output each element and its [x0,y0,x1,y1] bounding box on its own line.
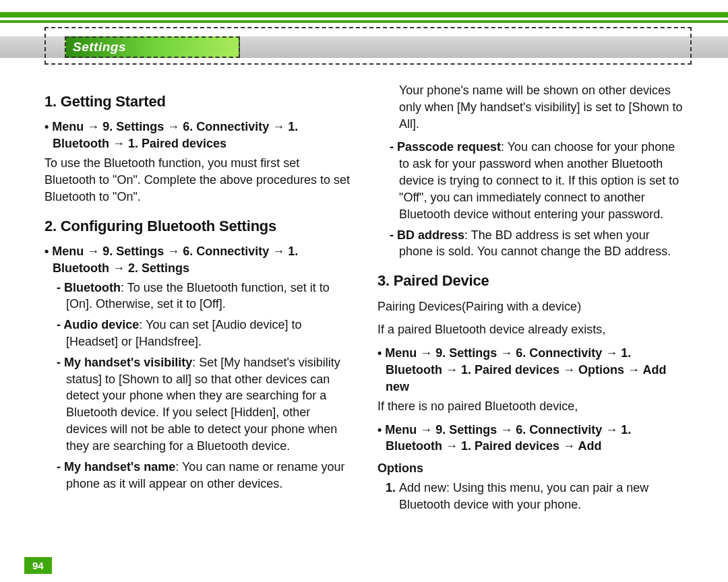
header-strip: Settings [0,27,728,67]
item-lead: Add new [399,481,446,494]
section-2-item-bd-address: - BD address: The BD address is set when… [377,227,684,261]
item-body: : Set [My handset's visibility status] t… [66,356,340,453]
item-lead: Bluetooth [64,281,121,294]
section-3-line-3: If there is no paired Bluetooth device, [377,398,684,415]
section-1-menu-path: • Menu → 9. Settings → 6. Connectivity →… [44,119,351,152]
header-tab: Settings [65,36,240,58]
item-lead: My handset's name [64,460,175,474]
manual-page: Settings 1. Getting Started • Menu → 9. … [0,12,728,582]
section-2-menu-path: • Menu → 9. Settings → 6. Connectivity →… [44,243,351,277]
section-2-item-bluetooth: - Bluetooth: To use the Bluetooth functi… [44,280,351,313]
top-green-bar-2 [0,20,728,23]
top-green-bar [0,12,728,18]
header-tab-label: Settings [73,40,126,55]
section-2-item-audio-device: - Audio device: You can set [Audio devic… [44,317,351,350]
section-1-body: To use the Bluetooth function, you must … [44,155,351,205]
dash-icon: - [390,140,397,154]
options-heading: Options [377,460,684,477]
dash-icon: - [57,460,64,474]
dash-icon: - [57,318,63,331]
section-2-item-handset-name: - My handset's name: You can name or ren… [44,459,351,492]
section-3-line-2: If a paired Bluetooth device already exi… [377,321,684,338]
section-3-title: 3. Paired Device [377,271,684,291]
section-1-title: 1. Getting Started [44,92,351,112]
item-lead: BD address [397,228,464,242]
right-column: Your phone's name will be shown on other… [377,81,684,513]
left-column: 1. Getting Started • Menu → 9. Settings … [44,81,351,513]
header-dashed-left [44,27,46,65]
dash-icon: - [390,228,397,242]
item-lead: Passcode request [397,140,501,154]
options-item-add-new: 1. Add new: Using this menu, you can pai… [377,480,684,513]
section-3-menu-path-2: • Menu → 9. Settings → 6. Connectivity →… [377,422,684,455]
section-3-menu-path-1: • Menu → 9. Settings → 6. Connectivity →… [377,345,684,395]
item-lead: My handset's visibility [64,356,192,369]
section-2-item-passcode: - Passcode request: You can choose for y… [377,139,684,222]
item-lead: Audio device [63,318,139,331]
page-body: 1. Getting Started • Menu → 9. Settings … [24,67,704,513]
dash-icon: - [57,356,64,369]
section-3-line-1: Pairing Devices(Pairing with a device) [377,298,684,315]
item-number: 1. [386,481,399,494]
page-number-badge: 94 [24,557,52,574]
dash-icon: - [57,281,64,294]
section-2-item-visibility: - My handset's visibility: Set [My hands… [44,354,351,455]
section-2-title: 2. Configuring Bluetooth Settings [44,216,351,236]
section-2-continued-para: Your phone's name will be shown on other… [377,82,684,132]
